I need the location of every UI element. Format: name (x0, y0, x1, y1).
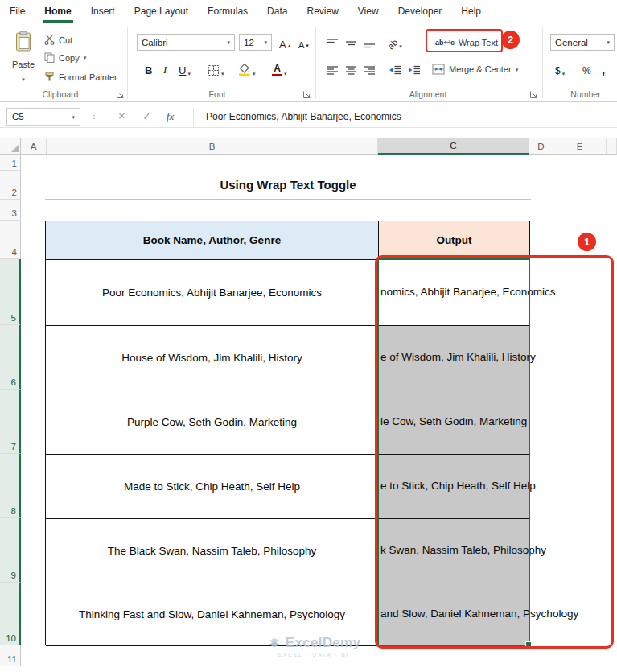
row-header-8[interactable]: 8 (0, 454, 21, 518)
bold-button[interactable]: B (142, 60, 155, 77)
font-name-value: Calibri (142, 38, 168, 47)
align-right-button[interactable] (360, 60, 379, 77)
menu-insert[interactable]: Insert (81, 0, 125, 23)
fill-color-button[interactable]: ▾ (235, 60, 259, 77)
menu-developer[interactable]: Developer (389, 0, 452, 23)
cell-book-4[interactable]: Made to Stick, Chip Heath, Self Help (46, 455, 379, 519)
decrease-indent-button[interactable] (385, 60, 405, 77)
row-header-10[interactable]: 10 (0, 583, 21, 645)
align-top-button[interactable] (323, 32, 342, 50)
output-overflow-text-2: e of Wisdom, Jim Khalili, History (380, 350, 536, 365)
increase-font-button[interactable]: A ▴ (276, 33, 294, 51)
column-header-c[interactable]: C (378, 138, 529, 155)
menu-help[interactable]: Help (451, 0, 491, 23)
font-color-button[interactable]: A ▾ (269, 60, 290, 77)
fill-handle[interactable] (525, 641, 532, 648)
borders-icon (208, 64, 220, 76)
table-header-output[interactable]: Output (379, 221, 530, 260)
cell-book-3[interactable]: Purple Cow, Seth Godin, Marketing (46, 390, 379, 455)
formula-input[interactable]: Poor Economics, Abhijit Banarjee, Econom… (206, 111, 401, 122)
column-header-partial (607, 138, 617, 155)
font-color-chevron-icon: ▾ (284, 71, 287, 76)
output-overflow-text-3: le Cow, Seth Godin, Marketing (380, 414, 527, 429)
menu-page-layout[interactable]: Page Layout (125, 0, 198, 23)
font-size-select[interactable]: 12 ▾ (239, 34, 272, 51)
align-bottom-button[interactable] (360, 32, 379, 50)
percent-icon: % (582, 65, 591, 76)
copy-button[interactable]: Copy ▾ (42, 50, 88, 65)
row-header-6[interactable]: 6 (0, 325, 21, 390)
row-header-7[interactable]: 7 (0, 390, 21, 454)
menu-data[interactable]: Data (257, 0, 297, 23)
clipboard-dialog-launcher[interactable] (116, 90, 125, 99)
row-header-4[interactable]: 4 (0, 221, 21, 259)
wrap-text-label: Wrap Text (459, 38, 498, 47)
borders-button[interactable]: ▾ (204, 60, 228, 77)
decrease-font-icon: A (298, 41, 304, 50)
column-header-a[interactable]: A (21, 138, 47, 155)
name-box[interactable]: C5 ▾ (6, 108, 80, 126)
cell-book-5[interactable]: The Black Swan, Nassim Taleb, Philosophy (46, 519, 379, 583)
paste-button[interactable]: Paste ▾ (6, 29, 40, 84)
underline-button[interactable]: U ▾ (175, 60, 194, 77)
orientation-button[interactable]: ab ▾ (385, 32, 405, 50)
number-format-select[interactable]: General ▾ (550, 34, 615, 51)
align-middle-button[interactable] (342, 32, 360, 50)
cut-label: Cut (59, 35, 72, 45)
watermark-tagline: EXCEL · DATA · BI (278, 652, 350, 658)
copy-icon (44, 52, 55, 63)
menu-home[interactable]: Home (35, 0, 80, 23)
italic-button[interactable]: I (160, 60, 170, 77)
column-header-d[interactable]: D (529, 138, 553, 155)
menu-view[interactable]: View (348, 0, 389, 23)
accounting-format-button[interactable]: $ ▾ (552, 60, 568, 77)
increase-indent-button[interactable] (405, 60, 424, 77)
menu-file[interactable]: File (0, 0, 35, 23)
italic-label: I (163, 64, 167, 76)
percent-style-button[interactable]: % (579, 60, 594, 77)
menu-review[interactable]: Review (297, 0, 348, 23)
align-left-button[interactable] (323, 60, 342, 77)
enter-button[interactable]: ✓ (142, 110, 151, 122)
insert-function-button[interactable]: fx (167, 110, 174, 123)
column-header-b[interactable]: B (47, 138, 378, 155)
fill-color-chevron-icon: ▾ (253, 71, 256, 76)
decrease-font-button[interactable]: A ▾ (295, 33, 312, 51)
row-header-3[interactable]: 3 (0, 200, 21, 221)
alignment-dialog-launcher[interactable] (529, 90, 538, 99)
format-painter-icon (44, 72, 55, 82)
row-header-9[interactable]: 9 (0, 518, 21, 583)
cell-book-1[interactable]: Poor Economics, Abhijit Banarjee, Econom… (46, 260, 379, 326)
cancel-button[interactable]: × (118, 109, 125, 122)
format-painter-button[interactable]: Format Painter (42, 69, 120, 85)
menu-formulas[interactable]: Formulas (198, 0, 257, 23)
font-name-chevron-icon: ▾ (227, 39, 230, 45)
row-header-2[interactable]: 2 (0, 171, 21, 200)
align-center-button[interactable] (342, 60, 360, 77)
paste-icon (14, 31, 32, 52)
font-name-select[interactable]: Calibri ▾ (137, 34, 235, 51)
increase-arrow-icon: ▴ (288, 43, 291, 48)
formula-bar: C5 ▾ ⋮ × ✓ fx Poor Economics, Abhijit Ba… (0, 105, 617, 128)
dollar-icon: $ (555, 65, 561, 76)
merge-center-button[interactable]: Merge & Center ▾ (430, 60, 520, 78)
select-all-corner[interactable] (0, 138, 21, 155)
align-middle-icon (345, 37, 357, 49)
row-header-11[interactable]: 11 (0, 645, 21, 666)
paste-chevron-icon: ▾ (22, 76, 25, 82)
group-separator (315, 27, 316, 98)
cell-book-2[interactable]: House of Wisdom, Jim Khalili, History (46, 326, 379, 390)
table-header-book[interactable]: Book Name, Author, Genre (46, 221, 379, 260)
font-dialog-launcher[interactable] (302, 90, 311, 99)
cell-book-6[interactable]: Thinking Fast and Slow, Daniel Kahneman,… (46, 583, 379, 646)
comma-style-button[interactable]: , (598, 60, 608, 77)
paste-label: Paste (12, 60, 35, 69)
decrease-arrow-icon: ▾ (306, 43, 309, 48)
wrap-text-button[interactable]: ab↩c Wrap Text (433, 34, 500, 52)
cut-button[interactable]: Cut (42, 32, 75, 47)
column-header-e[interactable]: E (553, 138, 607, 155)
annotation-badge-2: 2 (501, 31, 520, 49)
dialog-launcher-icon (302, 90, 311, 99)
row-header-5[interactable]: 5 (0, 259, 21, 325)
row-header-1[interactable]: 1 (0, 155, 21, 171)
